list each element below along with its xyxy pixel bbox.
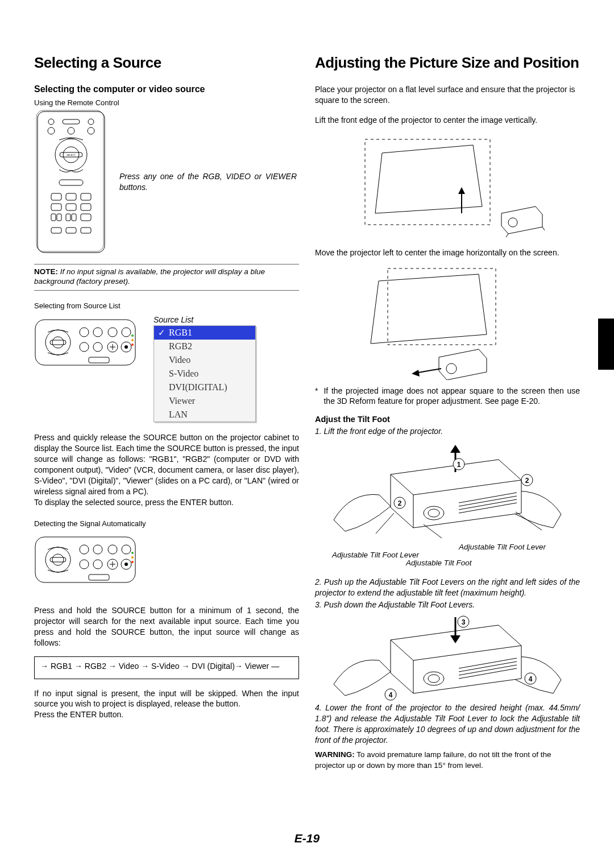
svg-marker-65 [458, 187, 465, 194]
para-enter-button: To display the selected source, press th… [34, 497, 299, 508]
step-2: 2. Push up the Adjustable Tilt Foot Leve… [315, 577, 580, 598]
bullet-3d-reform-text: If the projected image does not appear s… [323, 386, 580, 407]
heading-selecting-source: Selecting a Source [34, 54, 299, 72]
svg-point-30 [52, 337, 64, 348]
source-list-block: Source List RGB1 RGB2 Video S-Video DVI(… [154, 315, 256, 422]
svg-point-33 [93, 328, 102, 337]
svg-rect-15 [66, 193, 76, 200]
svg-line-83 [424, 524, 442, 538]
warning-lead: WARNING: [315, 750, 355, 759]
svg-point-68 [446, 363, 457, 374]
tilt-foot-illustration-1: 1 2 2 [328, 440, 567, 543]
two-column-layout: Selecting a Source Selecting the compute… [34, 54, 580, 771]
svg-point-64 [508, 218, 517, 227]
subheading-select-comp-video: Selecting the computer or video source [34, 84, 299, 94]
svg-rect-22 [66, 214, 70, 221]
page: Selecting a Source Selecting the compute… [0, 0, 614, 868]
svg-point-47 [52, 554, 64, 565]
remote-control-illustration: SELECT MENU [34, 108, 108, 256]
step-3: 3. Push down the Adjustable Tilt Foot Le… [315, 600, 580, 610]
svg-text:SELECT: SELECT [67, 154, 76, 156]
source-flow-line: → RGB1 → RGB2 → Video → S-Video → DVI (D… [40, 657, 293, 671]
svg-point-50 [93, 545, 102, 554]
source-list-item: RGB2 [154, 340, 255, 353]
text-flat-surface: Place your projector on a flat level sur… [315, 84, 580, 106]
svg-point-4 [88, 119, 94, 125]
svg-rect-17 [51, 204, 61, 210]
svg-rect-23 [72, 214, 76, 221]
source-list-title: Source List [154, 315, 256, 324]
text-lift-front: Lift the front edge of the projector to … [315, 115, 580, 126]
svg-point-51 [108, 545, 117, 554]
svg-point-53 [80, 560, 89, 569]
bullet-3d-reform: * If the projected image does not appear… [315, 386, 580, 407]
svg-text:2: 2 [525, 477, 529, 485]
label-tilt-lever-right: Adjustable Tilt Foot Lever [459, 543, 546, 552]
left-column: Selecting a Source Selecting the compute… [34, 54, 299, 771]
svg-marker-63 [375, 145, 482, 213]
source-list-item: S-Video [154, 367, 255, 381]
svg-rect-19 [81, 204, 91, 210]
section-tab [598, 319, 614, 370]
svg-point-57 [125, 563, 128, 566]
right-column: Adjusting the Picture Size and Position … [315, 54, 580, 771]
heading-adjust-picture: Adjusting the Picture Size and Position [315, 54, 580, 72]
svg-point-46 [45, 547, 70, 572]
source-flow-box: → RGB1 → RGB2 → Video → S-Video → DVI (D… [34, 656, 299, 679]
svg-point-58 [131, 552, 134, 554]
source-list-row: Source List RGB1 RGB2 Video S-Video DVI(… [34, 315, 299, 422]
svg-rect-0 [38, 111, 105, 253]
note-no-signal: NOTE: If no input signal is available, t… [34, 264, 299, 291]
source-list: RGB1 RGB2 Video S-Video DVI(DIGITAL) Vie… [154, 325, 256, 422]
horizontal-center-illustration [342, 261, 553, 380]
svg-rect-44 [89, 357, 109, 363]
heading-adjust-tilt: Adjust the Tilt Foot [315, 415, 580, 424]
svg-text:4: 4 [529, 675, 533, 683]
remote-illustration-row: SELECT MENU [34, 108, 299, 256]
svg-rect-25 [51, 228, 61, 233]
page-number: E-19 [0, 832, 614, 845]
tilt-figure-1: 1 2 2 Adjustable Tilt Foot Lever Adjusta… [315, 440, 580, 569]
svg-line-85 [376, 513, 394, 534]
step-1: 1. Lift the front edge of the projector. [315, 426, 580, 437]
svg-point-43 [131, 344, 134, 346]
svg-rect-18 [66, 204, 76, 210]
svg-rect-27 [81, 228, 91, 233]
svg-point-32 [80, 328, 89, 337]
svg-point-29 [45, 330, 70, 355]
svg-point-59 [131, 556, 134, 559]
svg-rect-61 [89, 574, 109, 580]
remote-caption: Press any one of the RGB, VIDEO or VIEWE… [119, 171, 299, 193]
svg-text:2: 2 [398, 499, 402, 507]
svg-rect-62 [365, 139, 490, 225]
label-tilt-foot: Adjustable Tilt Foot [406, 559, 471, 568]
text-detecting-auto: Detecting the Signal Automatically [34, 519, 299, 529]
note-lead: NOTE: [34, 267, 58, 276]
svg-marker-76 [450, 445, 460, 453]
svg-rect-26 [66, 228, 76, 233]
asterisk-icon: * [315, 386, 318, 407]
svg-rect-21 [57, 214, 61, 221]
svg-point-42 [131, 339, 134, 341]
svg-rect-14 [51, 193, 61, 200]
svg-point-6 [68, 127, 74, 134]
svg-rect-3 [63, 119, 80, 124]
svg-point-60 [131, 561, 134, 563]
text-move-left: Move the projector left to center the im… [315, 247, 580, 258]
svg-point-35 [122, 328, 131, 337]
svg-point-37 [93, 342, 102, 352]
svg-point-7 [88, 127, 94, 134]
svg-point-36 [80, 342, 89, 352]
source-list-item: DVI(DIGITAL) [154, 381, 255, 394]
svg-text:4: 4 [389, 691, 393, 699]
note-text: If no input signal is available, the pro… [34, 267, 265, 286]
svg-point-49 [80, 545, 89, 554]
svg-rect-20 [51, 214, 56, 221]
projector-panel-illustration-2 [34, 532, 136, 589]
svg-point-41 [131, 334, 134, 337]
svg-rect-1 [36, 110, 103, 251]
svg-text:1: 1 [457, 461, 461, 469]
source-list-item: Video [154, 353, 255, 367]
svg-point-40 [125, 345, 128, 349]
vertical-center-illustration [342, 128, 553, 242]
